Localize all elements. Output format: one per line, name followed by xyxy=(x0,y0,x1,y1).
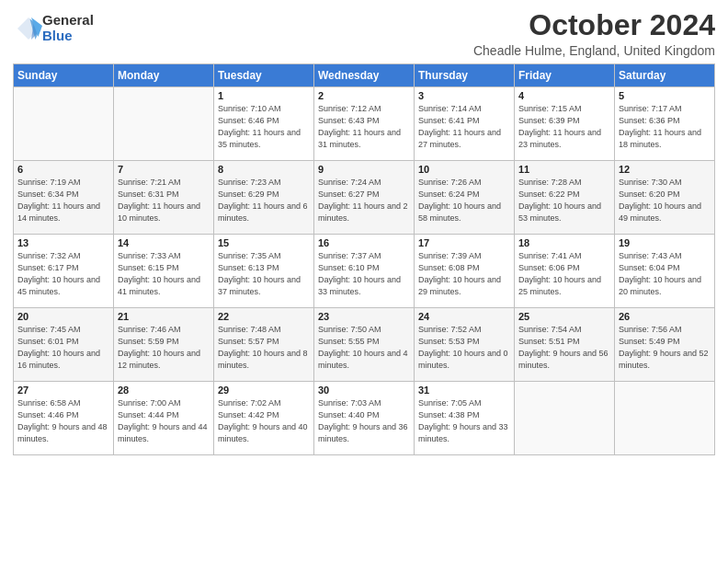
calendar-header-row: SundayMondayTuesdayWednesdayThursdayFrid… xyxy=(14,64,715,87)
day-cell: 23Sunrise: 7:50 AM Sunset: 5:55 PM Dayli… xyxy=(314,308,415,382)
day-cell: 13Sunrise: 7:32 AM Sunset: 6:17 PM Dayli… xyxy=(14,235,114,308)
day-number: 14 xyxy=(118,237,210,248)
day-number: 1 xyxy=(218,90,310,101)
day-detail: Sunrise: 7:23 AM Sunset: 6:29 PM Dayligh… xyxy=(218,177,310,224)
day-cell xyxy=(615,382,715,455)
day-cell: 6Sunrise: 7:19 AM Sunset: 6:34 PM Daylig… xyxy=(14,161,114,235)
col-header-friday: Friday xyxy=(515,64,615,87)
day-number: 17 xyxy=(418,237,510,248)
day-cell: 3Sunrise: 7:14 AM Sunset: 6:41 PM Daylig… xyxy=(415,87,515,161)
day-cell: 21Sunrise: 7:46 AM Sunset: 5:59 PM Dayli… xyxy=(114,308,214,382)
day-detail: Sunrise: 7:19 AM Sunset: 6:34 PM Dayligh… xyxy=(17,177,109,224)
day-detail: Sunrise: 7:37 AM Sunset: 6:10 PM Dayligh… xyxy=(318,250,410,298)
logo-blue: Blue xyxy=(42,29,94,44)
day-number: 2 xyxy=(318,90,410,101)
day-number: 25 xyxy=(518,311,610,322)
day-cell: 2Sunrise: 7:12 AM Sunset: 6:43 PM Daylig… xyxy=(314,87,415,161)
day-detail: Sunrise: 7:52 AM Sunset: 5:53 PM Dayligh… xyxy=(418,324,510,372)
week-row-3: 13Sunrise: 7:32 AM Sunset: 6:17 PM Dayli… xyxy=(14,235,715,308)
day-detail: Sunrise: 7:46 AM Sunset: 5:59 PM Dayligh… xyxy=(118,324,210,372)
title-block: October 2024 Cheadle Hulme, England, Uni… xyxy=(473,9,715,58)
day-detail: Sunrise: 7:14 AM Sunset: 6:41 PM Dayligh… xyxy=(418,103,510,151)
col-header-tuesday: Tuesday xyxy=(214,64,314,87)
col-header-saturday: Saturday xyxy=(615,64,715,87)
day-cell: 20Sunrise: 7:45 AM Sunset: 6:01 PM Dayli… xyxy=(14,308,114,382)
day-number: 12 xyxy=(619,164,711,175)
week-row-1: 1Sunrise: 7:10 AM Sunset: 6:46 PM Daylig… xyxy=(14,87,715,161)
day-detail: Sunrise: 7:12 AM Sunset: 6:43 PM Dayligh… xyxy=(318,103,410,151)
day-cell xyxy=(14,87,114,161)
day-number: 21 xyxy=(118,311,210,322)
day-detail: Sunrise: 7:05 AM Sunset: 4:38 PM Dayligh… xyxy=(418,397,510,445)
header: General Blue October 2024 Cheadle Hulme,… xyxy=(13,9,715,58)
day-cell: 12Sunrise: 7:30 AM Sunset: 6:20 PM Dayli… xyxy=(615,161,715,235)
day-cell: 25Sunrise: 7:54 AM Sunset: 5:51 PM Dayli… xyxy=(515,308,615,382)
day-number: 7 xyxy=(118,164,210,175)
day-detail: Sunrise: 7:43 AM Sunset: 6:04 PM Dayligh… xyxy=(619,250,711,298)
day-number: 11 xyxy=(518,164,610,175)
day-detail: Sunrise: 7:32 AM Sunset: 6:17 PM Dayligh… xyxy=(17,250,109,298)
day-detail: Sunrise: 7:24 AM Sunset: 6:27 PM Dayligh… xyxy=(318,177,410,224)
week-row-2: 6Sunrise: 7:19 AM Sunset: 6:34 PM Daylig… xyxy=(14,161,715,235)
day-number: 26 xyxy=(619,311,711,322)
page: General Blue October 2024 Cheadle Hulme,… xyxy=(0,0,728,563)
day-cell: 18Sunrise: 7:41 AM Sunset: 6:06 PM Dayli… xyxy=(515,235,615,308)
col-header-thursday: Thursday xyxy=(415,64,515,87)
day-detail: Sunrise: 7:48 AM Sunset: 5:57 PM Dayligh… xyxy=(218,324,310,372)
month-title: October 2024 xyxy=(473,9,715,41)
day-detail: Sunrise: 7:45 AM Sunset: 6:01 PM Dayligh… xyxy=(17,324,109,372)
day-cell: 24Sunrise: 7:52 AM Sunset: 5:53 PM Dayli… xyxy=(415,308,515,382)
day-number: 28 xyxy=(118,385,210,396)
day-cell: 8Sunrise: 7:23 AM Sunset: 6:29 PM Daylig… xyxy=(214,161,314,235)
day-detail: Sunrise: 7:26 AM Sunset: 6:24 PM Dayligh… xyxy=(418,177,510,224)
day-cell: 1Sunrise: 7:10 AM Sunset: 6:46 PM Daylig… xyxy=(214,87,314,161)
day-cell: 10Sunrise: 7:26 AM Sunset: 6:24 PM Dayli… xyxy=(415,161,515,235)
logo: General Blue xyxy=(13,13,94,43)
day-detail: Sunrise: 7:56 AM Sunset: 5:49 PM Dayligh… xyxy=(619,324,711,372)
day-number: 29 xyxy=(218,385,310,396)
day-detail: Sunrise: 7:00 AM Sunset: 4:44 PM Dayligh… xyxy=(118,397,210,445)
col-header-wednesday: Wednesday xyxy=(314,64,415,87)
day-detail: Sunrise: 7:03 AM Sunset: 4:40 PM Dayligh… xyxy=(318,397,410,445)
day-cell: 15Sunrise: 7:35 AM Sunset: 6:13 PM Dayli… xyxy=(214,235,314,308)
day-cell: 5Sunrise: 7:17 AM Sunset: 6:36 PM Daylig… xyxy=(615,87,715,161)
day-detail: Sunrise: 6:58 AM Sunset: 4:46 PM Dayligh… xyxy=(17,397,109,445)
day-detail: Sunrise: 7:28 AM Sunset: 6:22 PM Dayligh… xyxy=(518,177,610,224)
day-number: 18 xyxy=(518,237,610,248)
week-row-4: 20Sunrise: 7:45 AM Sunset: 6:01 PM Dayli… xyxy=(14,308,715,382)
day-cell: 4Sunrise: 7:15 AM Sunset: 6:39 PM Daylig… xyxy=(515,87,615,161)
day-number: 15 xyxy=(218,237,310,248)
day-number: 22 xyxy=(218,311,310,322)
day-number: 20 xyxy=(17,311,109,322)
day-cell: 27Sunrise: 6:58 AM Sunset: 4:46 PM Dayli… xyxy=(14,382,114,455)
calendar-table: SundayMondayTuesdayWednesdayThursdayFrid… xyxy=(13,63,715,455)
day-detail: Sunrise: 7:15 AM Sunset: 6:39 PM Dayligh… xyxy=(518,103,610,151)
logo-text: General Blue xyxy=(42,13,94,43)
day-number: 27 xyxy=(17,385,109,396)
day-detail: Sunrise: 7:33 AM Sunset: 6:15 PM Dayligh… xyxy=(118,250,210,298)
day-cell: 22Sunrise: 7:48 AM Sunset: 5:57 PM Dayli… xyxy=(214,308,314,382)
day-detail: Sunrise: 7:50 AM Sunset: 5:55 PM Dayligh… xyxy=(318,324,410,372)
day-cell: 14Sunrise: 7:33 AM Sunset: 6:15 PM Dayli… xyxy=(114,235,214,308)
day-number: 10 xyxy=(418,164,510,175)
logo-icon xyxy=(15,15,42,42)
day-number: 16 xyxy=(318,237,410,248)
day-number: 30 xyxy=(318,385,410,396)
day-detail: Sunrise: 7:02 AM Sunset: 4:42 PM Dayligh… xyxy=(218,397,310,445)
day-detail: Sunrise: 7:39 AM Sunset: 6:08 PM Dayligh… xyxy=(418,250,510,298)
logo-general: General xyxy=(42,13,94,29)
day-detail: Sunrise: 7:17 AM Sunset: 6:36 PM Dayligh… xyxy=(619,103,711,151)
day-number: 6 xyxy=(17,164,109,175)
col-header-sunday: Sunday xyxy=(14,64,114,87)
day-number: 5 xyxy=(619,90,711,101)
day-number: 8 xyxy=(218,164,310,175)
location: Cheadle Hulme, England, United Kingdom xyxy=(473,43,715,58)
day-cell: 29Sunrise: 7:02 AM Sunset: 4:42 PM Dayli… xyxy=(214,382,314,455)
day-cell: 28Sunrise: 7:00 AM Sunset: 4:44 PM Dayli… xyxy=(114,382,214,455)
day-number: 9 xyxy=(318,164,410,175)
day-cell: 30Sunrise: 7:03 AM Sunset: 4:40 PM Dayli… xyxy=(314,382,415,455)
day-cell: 7Sunrise: 7:21 AM Sunset: 6:31 PM Daylig… xyxy=(114,161,214,235)
day-cell: 19Sunrise: 7:43 AM Sunset: 6:04 PM Dayli… xyxy=(615,235,715,308)
day-number: 24 xyxy=(418,311,510,322)
day-detail: Sunrise: 7:35 AM Sunset: 6:13 PM Dayligh… xyxy=(218,250,310,298)
